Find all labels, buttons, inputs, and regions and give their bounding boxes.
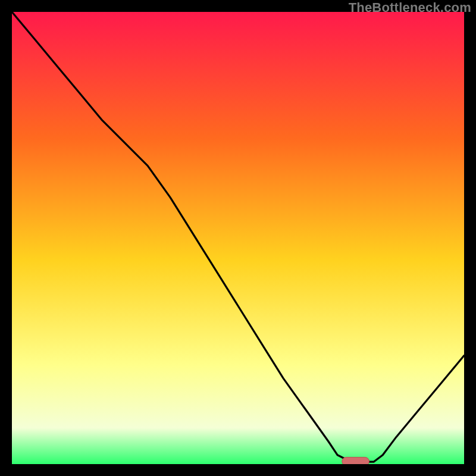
optimal-range-marker [342,457,369,464]
plot-area [12,12,464,464]
bottleneck-chart [12,12,464,464]
gradient-background [12,12,464,464]
chart-frame: TheBottleneck.com [0,0,476,476]
